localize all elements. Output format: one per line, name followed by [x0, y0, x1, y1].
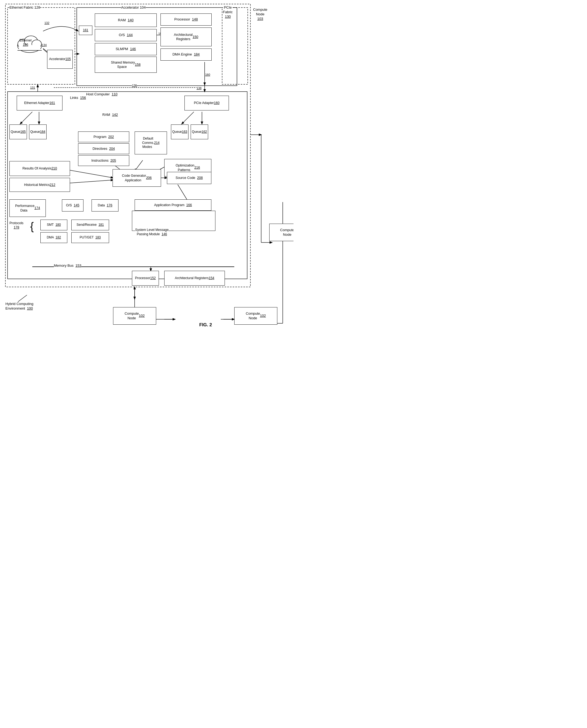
- ref-131: 131: [30, 86, 35, 89]
- protocols-brace: {: [30, 221, 34, 232]
- memory-bus-153-label: Memory Bus 153: [54, 264, 81, 268]
- svg-line-16: [67, 170, 113, 178]
- slmpm-146b-label: System Level MessagePassing Module 146: [135, 228, 169, 236]
- queue-165-box: Queue165: [9, 124, 27, 139]
- put-get-183-box: PUT/GET 183: [71, 232, 109, 243]
- os-145-box: O/S 145: [62, 199, 84, 211]
- ref-136: 136: [132, 84, 137, 87]
- dma-engine-184-box: DMA Engine 184: [161, 48, 212, 61]
- accelerator-105-box: Accelerator105: [47, 50, 73, 69]
- host-computer-110-label: Host Computer 110: [86, 92, 117, 97]
- queue-163-box: Queue163: [171, 124, 188, 139]
- svg-line-7: [182, 112, 194, 124]
- program-202-box: Program 202: [78, 132, 129, 142]
- links-156-label: Links 156: [70, 96, 86, 100]
- default-comms-214-box: DefaultComms.Modes 214: [135, 132, 167, 154]
- results-analysis-210-box: Results Of Analysis210: [9, 161, 70, 176]
- svg-line-17: [67, 180, 113, 183]
- shared-memory-158-box: Shared MemorySpace 158: [95, 56, 157, 73]
- svg-rect-3: [222, 7, 248, 84]
- application-program-166-box: Application Program 166: [135, 199, 211, 211]
- compute-node-102-bottom-right-box: ComputeNode102: [234, 307, 277, 325]
- fig2-label: FIG. 2: [199, 322, 212, 328]
- box-161: 161: [79, 26, 92, 35]
- ethernet-fabric-label: Ethernet Fabric 128: [9, 5, 40, 10]
- processor-152-box: Processor152: [132, 271, 159, 286]
- ram-142-label: RAM 142: [102, 113, 118, 117]
- arch-reg-154-box: Architectural Registers154: [164, 271, 225, 286]
- os-144-box: O/S 144: [95, 29, 157, 41]
- ref-160b: 160: [205, 73, 210, 76]
- queue-162-box: Queue162: [191, 124, 208, 139]
- compute-node-103-label: ComputeNode103: [253, 7, 267, 21]
- compute-node-102-bottom-box: ComputeNode102: [113, 307, 156, 325]
- performance-data-174-box: PerformanceData 174: [9, 199, 46, 217]
- ram-140-box: RAM 140: [95, 14, 157, 27]
- ethernet-adapter-161-box: Ethernet Adapter161: [17, 96, 63, 111]
- slmpm-146-box: SLMPM 146: [95, 43, 157, 55]
- code-generator-206-box: Code GeneratorApplication 206: [113, 169, 161, 187]
- pcie-adapter-160-box: PCIe Adapter160: [184, 96, 229, 111]
- arch-reg-150-box: ArchitecturalRegisters150: [161, 27, 212, 46]
- dma-182-box: DMA 182: [40, 232, 67, 243]
- send-receive-181-box: Send/Receive 181: [71, 220, 109, 230]
- svg-line-5: [20, 112, 32, 124]
- source-code-208-box: Source Code 208: [167, 172, 211, 184]
- data-176-box: Data 176: [92, 199, 118, 211]
- compute-node-102-right-box: ComputeNode102: [269, 224, 294, 241]
- diagram: Ethernet Fabric 128 Accelerator 104 PCIe…: [0, 0, 294, 364]
- accelerator-104-label: Accelerator 104: [121, 5, 146, 10]
- instructions-205-box: Instructions 205: [78, 155, 129, 166]
- pcie-fabric-label: PCIeFabric130: [223, 5, 233, 19]
- queue-164-box: Queue164: [29, 124, 47, 139]
- ref-134: 134: [42, 43, 47, 47]
- ethernet-cloud: Ethernet106: [16, 31, 43, 54]
- ref-138: 138: [196, 86, 202, 90]
- historical-metrics-212-box: Historical Metrics212: [9, 178, 70, 192]
- hybrid-computing-label: Hybrid ComputingEnvironment 100: [5, 302, 33, 311]
- directives-204-box: Directives 204: [78, 143, 129, 154]
- ref-132: 132: [44, 21, 49, 25]
- processor-148-box: Processor 148: [161, 14, 212, 26]
- smt-180-box: SMT 180: [40, 220, 67, 230]
- protocols-178-label: Protocols178: [9, 221, 23, 230]
